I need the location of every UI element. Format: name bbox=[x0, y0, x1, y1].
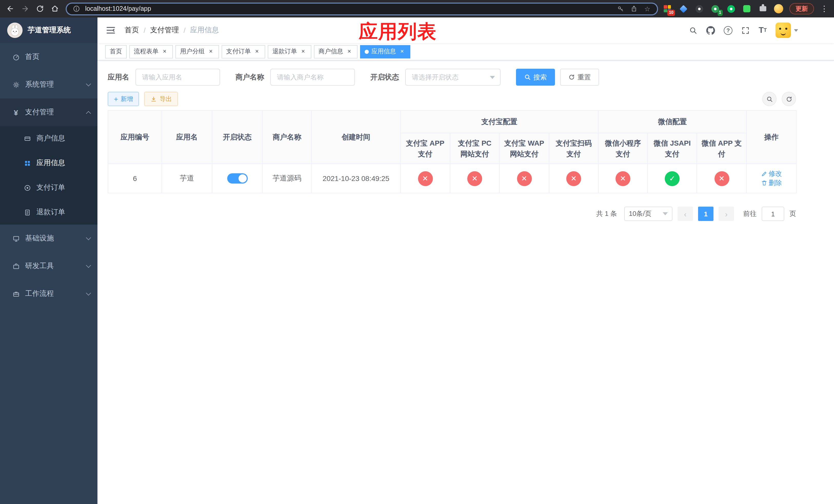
search-icon[interactable] bbox=[689, 26, 698, 35]
tab-app-info[interactable]: 应用信息× bbox=[360, 45, 410, 58]
page-number-1[interactable]: 1 bbox=[698, 207, 714, 221]
alipay-pc-status-icon: ✕ bbox=[467, 171, 482, 186]
sidebar-item-refund-orders[interactable]: 退款订单 bbox=[0, 200, 97, 225]
plus-icon: + bbox=[114, 95, 118, 103]
cell-create-time: 2021-10-23 08:49:25 bbox=[312, 164, 400, 193]
share-icon[interactable] bbox=[629, 4, 639, 13]
chrome-update-button[interactable]: 更新 bbox=[789, 3, 814, 14]
github-icon[interactable] bbox=[706, 26, 715, 35]
cell-alipay-qr: ✕ bbox=[549, 164, 598, 193]
cell-app-name: 芋道 bbox=[162, 164, 212, 193]
toggle-search-button[interactable] bbox=[762, 92, 776, 106]
grid-icon bbox=[22, 159, 33, 167]
close-icon[interactable]: × bbox=[254, 48, 261, 55]
user-avatar[interactable] bbox=[775, 23, 798, 38]
avatar-image bbox=[775, 23, 791, 38]
close-icon[interactable]: × bbox=[346, 48, 353, 55]
status-toggle[interactable] bbox=[227, 173, 247, 184]
pagination-total: 共 1 条 bbox=[596, 209, 617, 219]
dashboard-icon bbox=[10, 53, 22, 61]
sidebar-item-home[interactable]: 首页 bbox=[0, 43, 97, 71]
app-logo[interactable]: 芋道管理系统 bbox=[0, 18, 97, 43]
export-button[interactable]: 导出 bbox=[144, 92, 178, 106]
column-header-alipay-app: 支付宝 APP 支付 bbox=[400, 133, 450, 164]
add-button[interactable]: + 新增 bbox=[108, 92, 139, 106]
extensions-puzzle-icon[interactable] bbox=[758, 4, 768, 14]
extension-icon-diamond[interactable] bbox=[678, 4, 688, 14]
extension-icon-colorgrid[interactable]: 10 bbox=[662, 4, 673, 14]
goto-page-input[interactable] bbox=[762, 207, 784, 221]
sidebar-item-merchant-info[interactable]: 商户信息 bbox=[0, 126, 97, 151]
back-icon[interactable] bbox=[3, 2, 17, 16]
tab-label: 退款订单 bbox=[272, 47, 297, 56]
browser-profile-avatar[interactable] bbox=[773, 4, 784, 14]
column-header-merchant: 商户名称 bbox=[262, 111, 312, 164]
alipay-wap-status-icon: ✕ bbox=[517, 171, 532, 186]
fullscreen-icon[interactable] bbox=[741, 26, 750, 35]
tab-merchant-info[interactable]: 商户信息× bbox=[314, 45, 357, 58]
close-icon[interactable]: × bbox=[161, 48, 168, 55]
reset-button[interactable]: 重置 bbox=[560, 69, 599, 86]
refresh-button[interactable] bbox=[782, 92, 796, 106]
sidebar-toggle-icon[interactable] bbox=[105, 25, 116, 36]
close-icon[interactable]: × bbox=[207, 48, 214, 55]
font-size-icon[interactable]: TT bbox=[759, 26, 767, 35]
table-row: 6 芋道 芋道源码 2021-10-23 08:49:25 ✕ ✕ ✕ ✕ ✕ bbox=[108, 164, 796, 193]
browser-menu-icon[interactable]: ⋮ bbox=[820, 4, 829, 13]
bookmark-star-icon[interactable]: ☆ bbox=[643, 4, 652, 13]
help-icon[interactable]: ? bbox=[724, 26, 732, 35]
reset-button-label: 重置 bbox=[577, 72, 591, 82]
sidebar-item-system[interactable]: 系统管理 bbox=[0, 71, 97, 98]
sidebar-item-label: 商户信息 bbox=[37, 134, 90, 143]
column-header-actions: 操作 bbox=[747, 111, 796, 164]
tab-refund-orders[interactable]: 退款订单× bbox=[268, 45, 311, 58]
sidebar-item-label: 支付管理 bbox=[25, 108, 87, 117]
sidebar-item-devtools[interactable]: 研发工具 bbox=[0, 252, 97, 280]
breadcrumb-section[interactable]: 支付管理 bbox=[150, 26, 179, 35]
tab-process-form[interactable]: 流程表单× bbox=[129, 45, 173, 58]
browser-extensions-area: 10 1 更新 ⋮ bbox=[662, 3, 829, 14]
tab-pay-orders[interactable]: 支付订单× bbox=[222, 45, 265, 58]
sidebar-item-pay-orders[interactable]: 支付订单 bbox=[0, 175, 97, 200]
goto-label: 前往 bbox=[743, 209, 756, 219]
site-info-icon[interactable] bbox=[72, 4, 81, 13]
url-text[interactable]: localhost:1024/pay/app bbox=[85, 5, 612, 12]
page-size-select[interactable]: 10条/页 bbox=[624, 207, 673, 221]
edit-button[interactable]: 修改 bbox=[761, 169, 782, 178]
tab-label: 应用信息 bbox=[371, 47, 396, 56]
reload-icon[interactable] bbox=[33, 2, 47, 16]
sidebar: 芋道管理系统 首页 系统管理 ¥ 支付管理 bbox=[0, 18, 97, 504]
delete-button[interactable]: 删除 bbox=[761, 178, 782, 188]
add-button-label: 新增 bbox=[120, 95, 133, 103]
sidebar-item-app-info[interactable]: 应用信息 bbox=[0, 151, 97, 175]
home-icon[interactable] bbox=[48, 2, 62, 16]
extension-icon-wechat[interactable] bbox=[726, 4, 736, 14]
sidebar-item-payment[interactable]: ¥ 支付管理 bbox=[0, 98, 97, 126]
close-icon[interactable]: × bbox=[398, 48, 406, 55]
extension-icon-green-badge[interactable]: 1 bbox=[710, 4, 720, 14]
merchant-name-input[interactable] bbox=[270, 69, 355, 86]
next-page-button[interactable]: › bbox=[719, 207, 734, 221]
breadcrumb: 首页 / 支付管理 / 应用信息 bbox=[125, 26, 219, 35]
forward-icon[interactable] bbox=[18, 2, 32, 16]
extension-icon-green-square[interactable] bbox=[742, 4, 752, 14]
toolbox-icon bbox=[10, 262, 22, 270]
url-bar[interactable]: localhost:1024/pay/app ☆ bbox=[66, 2, 658, 15]
app-window: 芋道管理系统 首页 系统管理 ¥ 支付管理 bbox=[0, 18, 834, 504]
cell-actions: 修改 删除 bbox=[747, 164, 796, 193]
status-select[interactable]: 请选择开启状态 bbox=[405, 69, 501, 86]
browser-nav-buttons bbox=[3, 2, 62, 16]
extension-icon-dark[interactable] bbox=[694, 4, 704, 14]
wechat-app-status-icon: ✕ bbox=[714, 171, 729, 186]
tab-label: 支付订单 bbox=[226, 47, 251, 56]
password-key-icon[interactable] bbox=[616, 4, 625, 13]
search-button[interactable]: 搜索 bbox=[516, 69, 555, 86]
breadcrumb-home[interactable]: 首页 bbox=[125, 26, 139, 35]
app-name-input[interactable] bbox=[135, 69, 220, 86]
prev-page-button[interactable]: ‹ bbox=[678, 207, 693, 221]
sidebar-item-workflow[interactable]: 工作流程 bbox=[0, 280, 97, 307]
sidebar-item-infra[interactable]: 基础设施 bbox=[0, 225, 97, 252]
tab-home[interactable]: 首页 bbox=[105, 45, 127, 58]
close-icon[interactable]: × bbox=[300, 48, 307, 55]
tab-user-group[interactable]: 用户分组× bbox=[175, 45, 219, 58]
